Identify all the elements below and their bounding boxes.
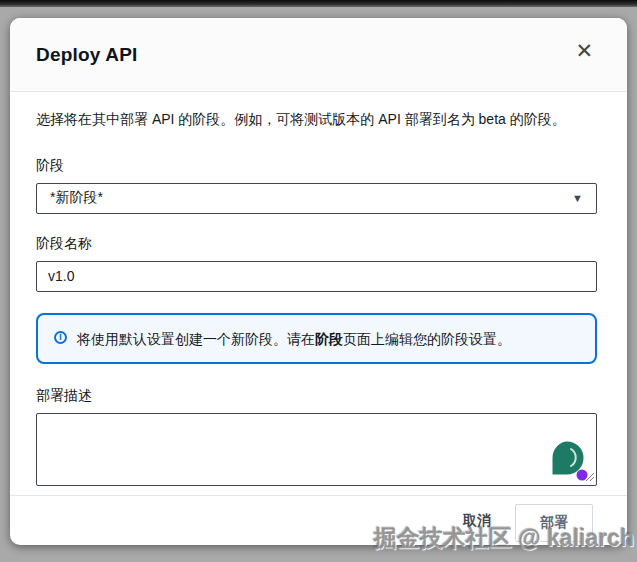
stage-label: 阶段: [36, 157, 597, 175]
stage-name-input[interactable]: [36, 261, 597, 292]
deploy-description-label: 部署描述: [36, 387, 597, 405]
stage-selected-value: *新阶段*: [50, 189, 103, 207]
close-icon[interactable]: ✕: [571, 36, 597, 65]
info-alert-text: 将使用默认设置创建一个新阶段。请在阶段页面上编辑您的阶段设置。: [77, 330, 511, 349]
deploy-api-modal: Deploy API ✕ 选择将在其中部署 API 的阶段。例如，可将测试版本的…: [10, 18, 627, 545]
modal-title: Deploy API: [36, 44, 138, 66]
chat-bubble-icon: [544, 436, 590, 482]
chevron-down-icon: ▼: [572, 192, 583, 204]
chat-widget-button[interactable]: [544, 436, 590, 482]
deploy-button[interactable]: 部署: [515, 504, 593, 542]
modal-body: 选择将在其中部署 API 的阶段。例如，可将测试版本的 API 部署到名为 be…: [10, 92, 627, 495]
modal-footer: 取消 部署: [10, 495, 627, 545]
cancel-button[interactable]: 取消: [455, 504, 499, 538]
stage-select[interactable]: *新阶段* ▼: [36, 183, 597, 214]
info-alert: i 将使用默认设置创建一个新阶段。请在阶段页面上编辑您的阶段设置。: [36, 313, 597, 365]
window-top-edge: [0, 0, 637, 7]
modal-header: Deploy API ✕: [10, 18, 627, 92]
deploy-description-wrap: [36, 413, 597, 486]
modal-description: 选择将在其中部署 API 的阶段。例如，可将测试版本的 API 部署到名为 be…: [36, 110, 597, 130]
info-icon: i: [54, 331, 67, 344]
deploy-description-textarea[interactable]: [36, 413, 597, 486]
stage-name-label: 阶段名称: [36, 235, 597, 253]
chat-notification-dot: [577, 470, 588, 481]
